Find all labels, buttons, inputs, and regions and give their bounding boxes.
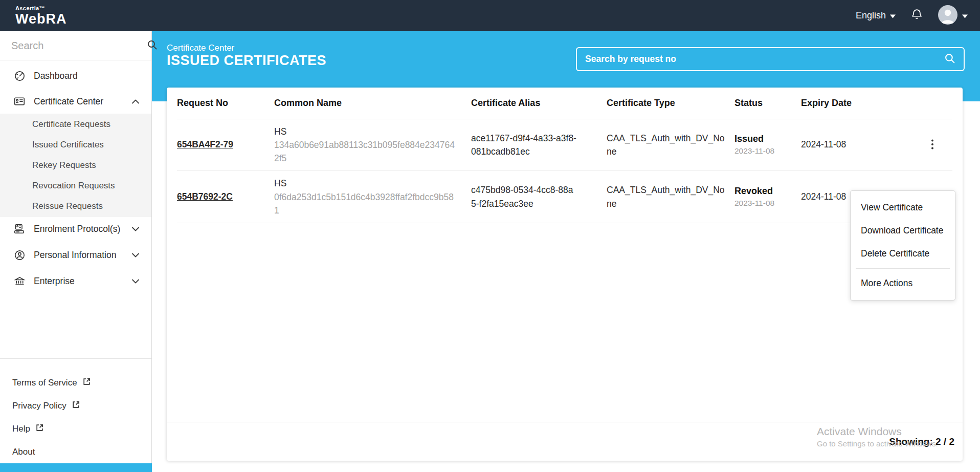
notifications-button[interactable] [910, 8, 924, 24]
row-context-menu: View Certificate Download Certificate De… [850, 190, 955, 301]
table-row: 654B7692-2C HS 0f6da253d1c5b151d6c4b3928… [177, 171, 952, 223]
request-search-input[interactable] [585, 54, 944, 65]
external-link-icon [35, 423, 44, 435]
certificate-alias-cell: c475bd98-0534-4cc8-88a5-f2fa15eac3ee [471, 183, 576, 210]
help-link[interactable]: Help [0, 417, 151, 440]
certificate-type-cell: CAA_TLS_Auth_with_DV_None [607, 183, 727, 210]
more-actions-menu-item[interactable]: More Actions [851, 272, 955, 295]
enrolment-protocols-icon [13, 223, 26, 235]
view-certificate-menu-item[interactable]: View Certificate [851, 196, 955, 219]
link-label: Privacy Policy [12, 401, 66, 411]
sidebar-subitem-rekey-requests[interactable]: Rekey Requests [0, 155, 151, 176]
avatar [938, 5, 957, 27]
common-name-cell: HS 0f6da253d1c5b151d6c4b3928ffaf2fbdcc9b… [274, 177, 464, 217]
sidebar: Dashboard Certificate Center Certificate… [0, 31, 152, 463]
external-link-icon [72, 400, 80, 412]
top-navbar: Ascertia™ WebRA English [0, 0, 980, 31]
col-certificate-alias: Certificate Alias [471, 88, 607, 119]
certificate-alias-cell: ace11767-d9f4-4a33-a3f8-081bcadb81ec [471, 132, 576, 159]
sidebar-item-dashboard[interactable]: Dashboard [0, 63, 151, 89]
external-link-icon [82, 377, 91, 389]
col-request-no: Request No [177, 88, 274, 119]
user-menu[interactable] [938, 5, 968, 27]
certificate-center-submenu: Certificate Requests Issued Certificates… [0, 114, 151, 217]
expiry-date-cell: 2024-11-08 [801, 191, 846, 202]
request-no-link[interactable]: 654BA4F2-79 [177, 139, 233, 149]
status-badge: Issued [734, 134, 794, 144]
dashboard-icon [13, 70, 26, 82]
sidebar-item-label: Certificate Center [34, 96, 132, 107]
personal-information-icon [13, 249, 26, 261]
language-selector[interactable]: English [856, 10, 896, 21]
expiry-date-cell: 2024-11-08 [801, 139, 846, 149]
link-label: Terms of Service [12, 378, 77, 388]
sidebar-item-label: Personal Information [34, 250, 132, 261]
page-title: ISSUED CERTIFICATES [167, 53, 326, 69]
request-no-link[interactable]: 654B7692-2C [177, 191, 233, 202]
breadcrumb: Certificate Center [167, 43, 234, 53]
brand-webra: WebRA [15, 12, 67, 26]
col-common-name: Common Name [274, 88, 471, 119]
request-search-box [576, 47, 965, 71]
enterprise-icon [13, 275, 26, 287]
caret-down-icon [962, 11, 968, 20]
col-expiry-date: Expiry Date [801, 88, 927, 119]
caret-down-icon [890, 10, 896, 21]
link-label: About [12, 447, 35, 457]
privacy-policy-link[interactable]: Privacy Policy [0, 394, 151, 417]
sidebar-subitem-issued-certificates[interactable]: Issued Certificates [0, 135, 151, 155]
sidebar-subitem-reissue-requests[interactable]: Reissue Requests [0, 196, 151, 217]
download-certificate-menu-item[interactable]: Download Certificate [851, 219, 955, 242]
status-date: 2023-11-08 [734, 146, 794, 156]
sidebar-item-enrolment-protocols[interactable]: Enrolment Protocol(s) [0, 216, 151, 242]
status-badge: Revoked [734, 186, 794, 197]
common-name-cell: HS 134a60b6e91ab88113c31b095fe884e234764… [274, 125, 464, 165]
about-link[interactable]: About [0, 440, 151, 463]
chevron-down-icon [132, 279, 139, 284]
bell-icon [910, 8, 924, 24]
issued-certificates-card: Request No Common Name Certificate Alias… [167, 88, 963, 461]
certificate-center-icon [13, 95, 26, 108]
search-icon[interactable] [944, 53, 955, 66]
certificate-type-cell: CAA_TLS_Auth_with_DV_None [607, 132, 727, 159]
sidebar-item-label: Dashboard [34, 71, 139, 81]
status-date: 2023-11-08 [734, 199, 794, 208]
chevron-up-icon [132, 99, 139, 104]
bottom-accent-strip [0, 463, 152, 472]
sidebar-subitem-certificate-requests[interactable]: Certificate Requests [0, 114, 151, 135]
sidebar-subitem-revocation-requests[interactable]: Revocation Requests [0, 176, 151, 196]
sidebar-item-label: Enrolment Protocol(s) [34, 224, 132, 234]
link-label: Help [12, 424, 30, 434]
row-actions-kebab-icon[interactable] [927, 137, 938, 152]
activate-windows-watermark-sub: Go to Settings to activate Windows. [817, 439, 938, 448]
sidebar-search-input[interactable] [11, 40, 147, 52]
chevron-down-icon [132, 253, 139, 258]
chevron-down-icon [132, 227, 139, 231]
activate-windows-watermark: Activate Windows [817, 425, 902, 438]
issued-certificates-table: Request No Common Name Certificate Alias… [177, 88, 952, 223]
sidebar-item-label: Enterprise [34, 276, 132, 287]
col-actions [927, 88, 952, 119]
col-status: Status [734, 88, 801, 119]
language-label: English [856, 10, 886, 21]
sidebar-search [0, 31, 151, 60]
terms-of-service-link[interactable]: Terms of Service [0, 371, 151, 394]
brand-ascertia: Ascertia™ [15, 6, 67, 11]
table-header-row: Request No Common Name Certificate Alias… [177, 88, 952, 119]
sidebar-divider [0, 358, 151, 359]
menu-divider [856, 268, 950, 269]
sidebar-item-enterprise[interactable]: Enterprise [0, 268, 151, 294]
delete-certificate-menu-item[interactable]: Delete Certificate [851, 242, 955, 265]
col-certificate-type: Certificate Type [607, 88, 734, 119]
brand-logo[interactable]: Ascertia™ WebRA [15, 6, 67, 26]
sidebar-item-certificate-center[interactable]: Certificate Center [0, 89, 151, 114]
table-row: 654BA4F2-79 HS 134a60b6e91ab88113c31b095… [177, 119, 952, 171]
search-icon[interactable] [147, 39, 158, 52]
sidebar-item-personal-information[interactable]: Personal Information [0, 242, 151, 268]
